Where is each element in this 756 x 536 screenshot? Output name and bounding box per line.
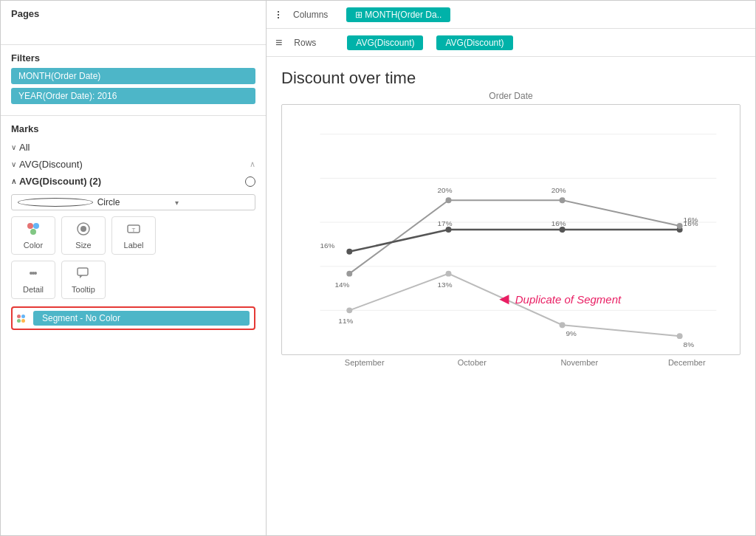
annotation-text: Duplicate of Segment	[515, 293, 621, 306]
filter-chip-month[interactable]: MONTH(Order Date)	[11, 68, 255, 84]
right-panel: ⫶ Columns ⊞ MONTH(Order Da.. ≡ Rows AVG(…	[267, 1, 755, 535]
svg-point-33	[446, 197, 452, 203]
svg-point-34	[560, 197, 566, 203]
svg-text:13%: 13%	[438, 281, 453, 289]
chart-svg: 11% 13% 9% 8% 14% 20% 20% 16% 16% 17%	[282, 105, 740, 354]
mark-buttons-row-1: Color Size T	[11, 216, 255, 255]
marks-all-label: All	[19, 142, 30, 153]
rows-label: Rows	[294, 38, 338, 48]
pages-title: Pages	[11, 8, 255, 19]
columns-pill[interactable]: ⊞ MONTH(Order Da..	[346, 7, 450, 22]
chevron-up-icon: ∧	[11, 177, 16, 185]
size-button[interactable]: Size	[61, 216, 106, 255]
label-button[interactable]: T Label	[111, 216, 156, 255]
svg-text:T: T	[132, 227, 136, 233]
svg-point-36	[346, 307, 352, 313]
marks-avg-discount-1-label: AVG(Discount)	[19, 159, 83, 170]
size-icon	[76, 221, 91, 238]
svg-point-30	[560, 227, 566, 233]
rows-icon: ≡	[275, 36, 282, 49]
columns-icon: ⫶	[275, 8, 281, 21]
chevron-down-icon: ∨	[11, 143, 16, 151]
rows-pill-2[interactable]: AVG(Discount)	[436, 35, 512, 50]
mark-buttons-row-2: Detail Tooltip	[11, 261, 255, 299]
size-label: Size	[75, 241, 91, 250]
x-label-october: October	[419, 358, 526, 367]
svg-point-1	[33, 223, 39, 229]
segment-chip[interactable]: Segment - No Color	[33, 311, 250, 326]
marks-section: Marks ∨ All ∨ AVG(Discount) ∧ ∧	[1, 116, 266, 535]
rows-pill-1[interactable]: AVG(Discount)	[347, 35, 423, 50]
svg-point-39	[677, 333, 683, 339]
svg-text:17%: 17%	[438, 219, 453, 227]
filters-section: Filters MONTH(Order Date) YEAR(Order Dat…	[1, 45, 266, 116]
svg-text:11%: 11%	[338, 317, 353, 325]
columns-label: Columns	[293, 10, 337, 20]
svg-text:20%: 20%	[551, 186, 566, 194]
chart-box: 11% 13% 9% 8% 14% 20% 20% 16% 16% 17%	[281, 104, 740, 355]
marks-avg-discount-2-label: AVG(Discount) (2)	[19, 176, 101, 187]
svg-text:16%: 16%	[551, 219, 566, 227]
x-label-september: September	[311, 358, 419, 367]
dropdown-arrow-icon: ▾	[175, 199, 249, 207]
svg-text:20%: 20%	[438, 186, 453, 194]
rows-row: ≡ Rows AVG(Discount) AVG(Discount)	[267, 29, 755, 57]
annotation: ◄ Duplicate of Segment	[496, 289, 621, 309]
x-label-november: November	[526, 358, 633, 367]
svg-text:8%: 8%	[684, 340, 695, 348]
svg-text:9%: 9%	[566, 329, 577, 337]
left-panel: Pages Filters MONTH(Order Date) YEAR(Ord…	[1, 1, 267, 535]
marks-title: Marks	[11, 123, 255, 134]
svg-point-37	[446, 271, 452, 277]
svg-point-2	[30, 229, 36, 235]
svg-text:14%: 14%	[334, 281, 349, 289]
marks-all-item[interactable]: ∨ All	[11, 139, 255, 156]
mark-type-selector[interactable]: Circle ▾	[11, 194, 255, 210]
label-icon: T	[126, 221, 141, 238]
detail-label: Detail	[23, 285, 44, 294]
tooltip-icon	[76, 266, 91, 283]
color-icon	[26, 221, 41, 238]
mark-type-label: Circle	[97, 197, 171, 207]
color-button[interactable]: Color	[11, 216, 55, 255]
chart-area: Discount over time Order Date 11% 13% 9%	[267, 57, 755, 535]
svg-point-4	[80, 226, 86, 232]
filters-title: Filters	[11, 52, 255, 63]
detail-button[interactable]: Detail	[11, 261, 55, 299]
tooltip-label: Tooltip	[72, 285, 95, 294]
columns-pill-text: ⊞	[355, 10, 365, 20]
svg-point-9	[32, 272, 35, 275]
arrow-left-icon: ◄	[496, 289, 512, 309]
color-label: Color	[24, 241, 43, 250]
detail-icon	[26, 266, 41, 283]
marks-avg-discount-1-toggle[interactable]: ∧	[250, 159, 255, 169]
tooltip-button[interactable]: Tooltip	[61, 261, 106, 299]
label-label: Label	[124, 241, 144, 250]
x-label-december: December	[633, 358, 741, 367]
svg-point-28	[346, 249, 352, 255]
chart-title: Discount over time	[281, 69, 740, 88]
svg-text:16%: 16%	[320, 241, 335, 250]
x-axis-labels: September October November December	[281, 355, 740, 367]
svg-point-32	[346, 271, 352, 277]
svg-point-29	[446, 227, 452, 233]
filter-chip-year[interactable]: YEAR(Order Date): 2016	[11, 88, 255, 104]
segment-dots-icon	[17, 315, 29, 323]
columns-row: ⫶ Columns ⊞ MONTH(Order Da..	[267, 1, 755, 29]
svg-point-0	[27, 223, 33, 229]
svg-point-38	[560, 322, 566, 328]
marks-avg-discount-2-circle	[245, 176, 255, 187]
circle-icon	[18, 198, 93, 207]
marks-avg-discount-1-item[interactable]: ∨ AVG(Discount) ∧	[11, 156, 255, 173]
chevron-down-icon-2: ∨	[11, 160, 16, 168]
pages-section: Pages	[1, 1, 266, 45]
svg-rect-10	[78, 268, 88, 275]
segment-area: Segment - No Color	[11, 306, 255, 330]
svg-text:16%: 16%	[684, 219, 698, 227]
svg-point-35	[677, 223, 683, 229]
chart-subtitle: Order Date	[281, 91, 740, 101]
marks-avg-discount-2-item[interactable]: ∧ AVG(Discount) (2)	[11, 173, 255, 190]
